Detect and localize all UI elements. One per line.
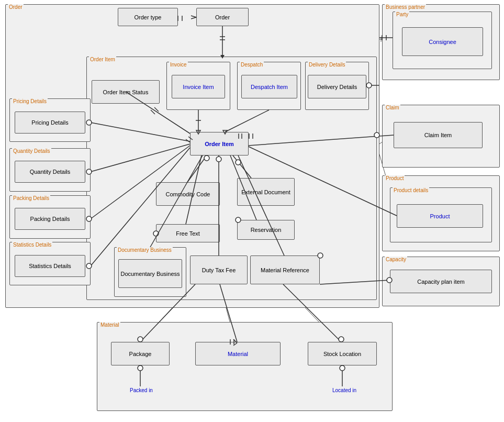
free-text-box: Free Text [156, 224, 220, 242]
pricing-details-outer-label: Pricing Details [12, 98, 48, 104]
material-outer-box: Material [97, 322, 393, 411]
located-in-label: Located in [332, 387, 356, 393]
packed-in-label: Packed in [130, 387, 153, 393]
capacity-plan-item-box: Capacity plan item [390, 270, 492, 293]
documentary-business-outer-label: Documentary Business [117, 247, 173, 253]
reservation-box: Reservation [237, 220, 295, 240]
delivery-details-inner-box: Delivery Details [308, 75, 366, 98]
delivery-details-outer-label: Delivery Details [308, 62, 346, 68]
despatch-item-box: Despatch Item [241, 75, 297, 98]
product-details-label: Product details [393, 187, 429, 193]
package-box: Package [111, 342, 170, 365]
packing-details-outer-label: Packing Details [12, 195, 50, 201]
invoice-outer-label: Invoice [169, 62, 188, 68]
product-label: Product [385, 175, 405, 181]
consignee-box: Consignee [402, 27, 483, 56]
pricing-details-inner-box: Pricing Details [15, 112, 85, 134]
packing-details-inner-box: Packing Details [15, 208, 85, 230]
stock-location-box: Stock Location [308, 342, 377, 365]
party-label: Party [395, 12, 409, 17]
claim-item-box: Claim Item [394, 122, 483, 148]
order-item-main-box: Order Item [190, 132, 249, 156]
order-item-status-box: Order Item Status [92, 80, 160, 104]
claim-label: Claim [385, 105, 400, 110]
product-inner-box: Product [397, 204, 483, 228]
invoice-item-box: Invoice Item [172, 75, 225, 98]
quantity-details-outer-label: Quantity Details [12, 148, 51, 154]
statistics-details-outer-label: Statistics Details [12, 242, 52, 248]
documentary-business-inner-box: Documentary Business [118, 259, 182, 288]
order-item-label: Order Item [89, 57, 116, 62]
material-label: Material [99, 322, 120, 328]
order-inner-box: Order [196, 8, 249, 26]
material-reference-box: Material Reference [250, 256, 320, 284]
external-document-box: External Document [237, 178, 295, 206]
order-type-box: Order type [118, 8, 178, 26]
commodity-code-box: Commodity Code [156, 182, 220, 206]
statistics-details-inner-box: Statistics Details [15, 255, 85, 277]
diagram-container: Order Business partner Claim Product Cap… [0, 0, 504, 422]
despatch-outer-label: Despatch [240, 62, 264, 68]
quantity-details-inner-box: Quantity Details [15, 161, 85, 183]
order-outer-label: Order [8, 4, 24, 10]
material-inner-box: Material [195, 342, 281, 365]
business-partner-label: Business partner [385, 4, 426, 10]
capacity-label: Capacity [385, 257, 407, 262]
duty-tax-fee-box: Duty Tax Fee [190, 256, 248, 284]
